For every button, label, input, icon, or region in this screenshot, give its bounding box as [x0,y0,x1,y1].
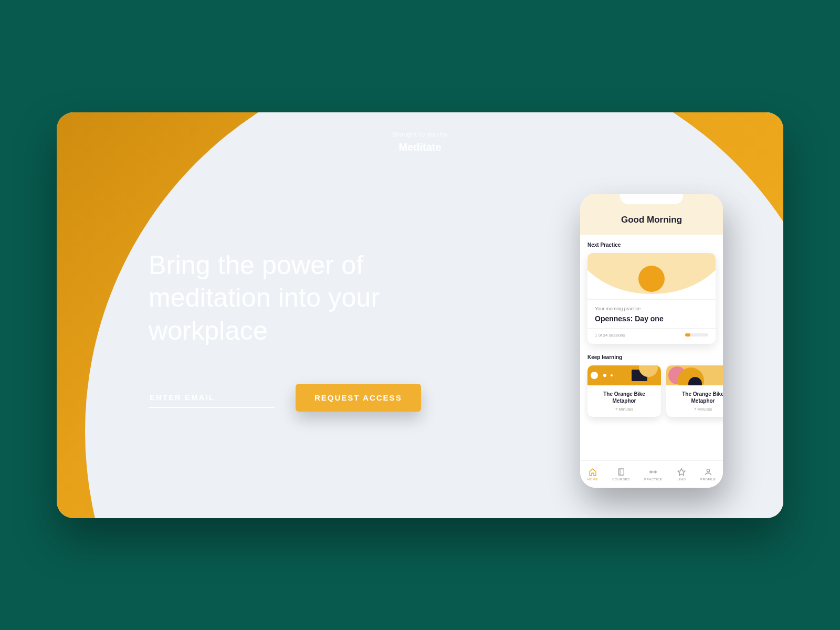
learn-title: The Orange Bike Metaphor [592,391,657,404]
tab-home[interactable]: HOME [587,468,598,481]
tab-label: LEAD [677,478,686,481]
svg-rect-0 [618,469,624,475]
practice-art [587,253,716,299]
tabbar: HOME COURSES PRACTICE LEAD PROFILE [580,460,723,488]
sessions-count: 1 of 34 sessions [595,333,625,338]
keep-learning-label: Keep learning [587,354,716,360]
next-practice-label: Next Practice [587,242,716,248]
greeting: Good Morning [621,215,682,225]
phone-body: Next Practice Your morning practice Open… [580,235,723,417]
request-access-button[interactable]: REQUEST ACCESS [296,384,421,412]
user-icon [704,468,712,476]
tagline: Brought to you by [57,130,783,138]
dumbbell-icon [649,468,657,476]
learn-art-2 [666,365,723,385]
practice-info: Your morning practice Openness: Day one [587,299,716,328]
practice-subtitle: Your morning practice [595,306,708,311]
practice-card[interactable]: Your morning practice Openness: Day one … [587,253,716,344]
progress-bar [685,333,708,337]
signup-form: REQUEST ACCESS [149,384,443,412]
brand-name: Meditate [57,141,783,153]
learn-art-1 [587,365,661,385]
learn-duration: 7 Minutes [670,407,723,412]
phone-mockup: Good Morning Next Practice Your morning … [580,194,723,488]
svg-point-8 [707,469,709,471]
svg-marker-7 [678,468,685,475]
learn-card[interactable]: The Orange Bike Metaphor 7 Minutes [587,365,661,417]
book-icon [617,468,625,476]
learn-info: The Orange Bike Metaphor 7 Minutes [587,385,661,417]
tab-label: PRACTICE [644,478,662,481]
email-input[interactable] [149,387,275,408]
sun-icon [638,266,665,292]
tab-courses[interactable]: COURSES [612,468,629,481]
headline: Bring the power of meditation into your … [149,249,443,348]
tab-lead[interactable]: LEAD [677,468,686,481]
star-icon [677,468,686,476]
hero: Bring the power of meditation into your … [149,249,443,412]
learn-info: The Orange Bike Metaphor 7 Minutes [666,385,723,417]
learn-title: The Orange Bike Metaphor [670,391,723,404]
practice-title: Openness: Day one [595,314,708,323]
tab-label: COURSES [612,478,629,481]
landing-card: Brought to you by Meditate Bring the pow… [57,112,783,518]
tab-label: PROFILE [700,478,716,481]
practice-footer: 1 of 34 sessions [587,328,716,344]
learn-row: The Orange Bike Metaphor 7 Minutes The O… [587,365,716,417]
tab-label: HOME [587,478,598,481]
phone-notch [620,194,683,204]
learn-card[interactable]: The Orange Bike Metaphor 7 Minutes [666,365,723,417]
tab-profile[interactable]: PROFILE [700,468,716,481]
home-icon [589,468,597,476]
learn-duration: 7 Minutes [592,407,657,412]
tab-practice[interactable]: PRACTICE [644,468,662,481]
header: Brought to you by Meditate [57,130,783,153]
